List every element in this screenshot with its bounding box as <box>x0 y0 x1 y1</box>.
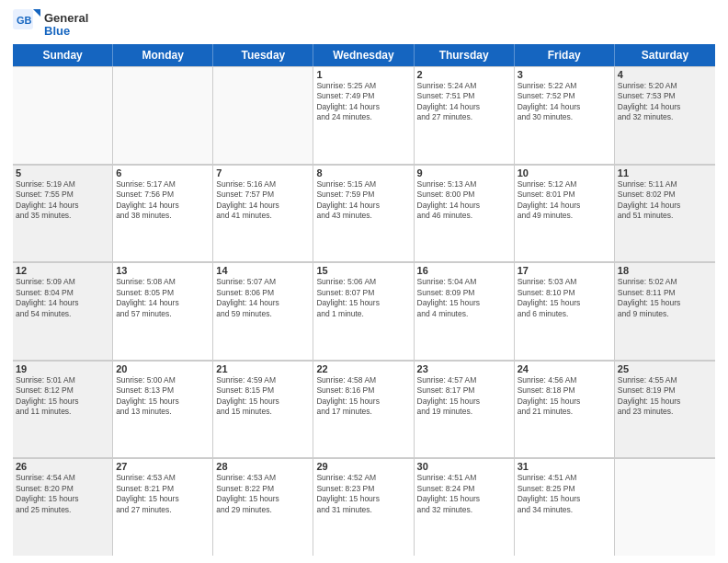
calendar-week-4: 19Sunrise: 5:01 AM Sunset: 8:12 PM Dayli… <box>13 361 715 459</box>
day-header-wednesday: Wednesday <box>313 44 414 66</box>
calendar-cell-10: 10Sunrise: 5:12 AM Sunset: 8:01 PM Dayli… <box>515 165 615 262</box>
calendar-cell-empty-0-2 <box>213 66 313 164</box>
cell-info-text: Sunrise: 4:54 AM Sunset: 8:20 PM Dayligh… <box>16 473 109 515</box>
calendar-cell-empty-0-1 <box>113 66 213 164</box>
calendar-body: 1Sunrise: 5:25 AM Sunset: 7:49 PM Daylig… <box>13 66 715 556</box>
svg-text:GB: GB <box>17 15 32 26</box>
calendar-cell-24: 24Sunrise: 4:56 AM Sunset: 8:18 PM Dayli… <box>515 361 615 458</box>
calendar-cell-14: 14Sunrise: 5:07 AM Sunset: 8:06 PM Dayli… <box>213 262 313 360</box>
day-header-thursday: Thursday <box>415 44 515 66</box>
cell-info-text: Sunrise: 4:55 AM Sunset: 8:19 PM Dayligh… <box>618 375 712 418</box>
calendar-cell-23: 23Sunrise: 4:57 AM Sunset: 8:17 PM Dayli… <box>415 361 515 458</box>
calendar-cell-18: 18Sunrise: 5:02 AM Sunset: 8:11 PM Dayli… <box>615 262 715 360</box>
cell-date-number: 18 <box>618 265 712 276</box>
cell-info-text: Sunrise: 5:09 AM Sunset: 8:04 PM Dayligh… <box>16 277 109 319</box>
calendar-cell-7: 7Sunrise: 5:16 AM Sunset: 7:57 PM Daylig… <box>213 165 313 262</box>
cell-date-number: 23 <box>417 363 511 374</box>
calendar-cell-28: 28Sunrise: 4:53 AM Sunset: 8:22 PM Dayli… <box>213 458 313 556</box>
cell-info-text: Sunrise: 4:59 AM Sunset: 8:15 PM Dayligh… <box>216 375 310 418</box>
cell-info-text: Sunrise: 4:53 AM Sunset: 8:21 PM Dayligh… <box>116 473 210 515</box>
calendar-cell-empty-4-6 <box>615 458 715 556</box>
cell-info-text: Sunrise: 5:13 AM Sunset: 8:00 PM Dayligh… <box>417 179 511 222</box>
cell-date-number: 4 <box>618 69 712 80</box>
calendar-header: SundayMondayTuesdayWednesdayThursdayFrid… <box>13 44 715 66</box>
cell-info-text: Sunrise: 4:53 AM Sunset: 8:22 PM Dayligh… <box>216 473 310 515</box>
calendar-cell-15: 15Sunrise: 5:06 AM Sunset: 8:07 PM Dayli… <box>313 262 414 360</box>
cell-date-number: 6 <box>116 167 210 178</box>
cell-date-number: 31 <box>518 461 611 472</box>
header: GB General Blue <box>13 9 715 40</box>
cell-date-number: 28 <box>216 461 310 472</box>
cell-date-number: 12 <box>16 265 109 276</box>
logo-blue: Blue <box>44 25 88 38</box>
cell-info-text: Sunrise: 5:20 AM Sunset: 7:53 PM Dayligh… <box>618 81 712 123</box>
cell-info-text: Sunrise: 4:52 AM Sunset: 8:23 PM Dayligh… <box>316 473 410 515</box>
cell-date-number: 17 <box>518 265 611 276</box>
cell-date-number: 7 <box>216 167 310 178</box>
calendar-cell-20: 20Sunrise: 5:00 AM Sunset: 8:13 PM Dayli… <box>113 361 213 458</box>
cell-info-text: Sunrise: 5:01 AM Sunset: 8:12 PM Dayligh… <box>16 375 109 418</box>
cell-date-number: 27 <box>116 461 210 472</box>
cell-date-number: 22 <box>316 363 410 374</box>
cell-info-text: Sunrise: 5:08 AM Sunset: 8:05 PM Dayligh… <box>116 277 210 319</box>
cell-date-number: 26 <box>16 461 109 472</box>
cell-date-number: 10 <box>518 167 611 178</box>
cell-date-number: 3 <box>518 69 611 80</box>
cell-date-number: 29 <box>316 461 410 472</box>
calendar-cell-26: 26Sunrise: 4:54 AM Sunset: 8:20 PM Dayli… <box>13 458 113 556</box>
cell-info-text: Sunrise: 5:15 AM Sunset: 7:59 PM Dayligh… <box>316 179 410 222</box>
calendar-cell-12: 12Sunrise: 5:09 AM Sunset: 8:04 PM Dayli… <box>13 262 113 360</box>
calendar-week-3: 12Sunrise: 5:09 AM Sunset: 8:04 PM Dayli… <box>13 262 715 361</box>
cell-info-text: Sunrise: 5:04 AM Sunset: 8:09 PM Dayligh… <box>417 277 511 319</box>
cell-date-number: 16 <box>417 265 511 276</box>
calendar-week-2: 5Sunrise: 5:19 AM Sunset: 7:55 PM Daylig… <box>13 165 715 263</box>
cell-info-text: Sunrise: 5:07 AM Sunset: 8:06 PM Dayligh… <box>216 277 310 319</box>
calendar-cell-22: 22Sunrise: 4:58 AM Sunset: 8:16 PM Dayli… <box>313 361 414 458</box>
calendar-cell-16: 16Sunrise: 5:04 AM Sunset: 8:09 PM Dayli… <box>415 262 515 360</box>
calendar-cell-3: 3Sunrise: 5:22 AM Sunset: 7:52 PM Daylig… <box>515 66 615 164</box>
day-header-saturday: Saturday <box>615 44 715 66</box>
cell-info-text: Sunrise: 4:56 AM Sunset: 8:18 PM Dayligh… <box>518 375 611 418</box>
cell-info-text: Sunrise: 5:17 AM Sunset: 7:56 PM Dayligh… <box>116 179 210 222</box>
cell-info-text: Sunrise: 5:00 AM Sunset: 8:13 PM Dayligh… <box>116 375 210 418</box>
calendar-cell-30: 30Sunrise: 4:51 AM Sunset: 8:24 PM Dayli… <box>415 458 515 556</box>
calendar-cell-29: 29Sunrise: 4:52 AM Sunset: 8:23 PM Dayli… <box>313 458 414 556</box>
calendar-cell-25: 25Sunrise: 4:55 AM Sunset: 8:19 PM Dayli… <box>615 361 715 458</box>
cell-info-text: Sunrise: 5:02 AM Sunset: 8:11 PM Dayligh… <box>618 277 712 319</box>
page: GB General Blue SundayMondayTuesdayWedne… <box>0 0 728 563</box>
cell-info-text: Sunrise: 4:58 AM Sunset: 8:16 PM Dayligh… <box>316 375 410 418</box>
calendar-cell-5: 5Sunrise: 5:19 AM Sunset: 7:55 PM Daylig… <box>13 165 113 262</box>
calendar-cell-21: 21Sunrise: 4:59 AM Sunset: 8:15 PM Dayli… <box>213 361 313 458</box>
calendar-cell-19: 19Sunrise: 5:01 AM Sunset: 8:12 PM Dayli… <box>13 361 113 458</box>
cell-date-number: 30 <box>417 461 511 472</box>
cell-date-number: 9 <box>417 167 511 178</box>
cell-info-text: Sunrise: 5:25 AM Sunset: 7:49 PM Dayligh… <box>316 81 410 123</box>
cell-date-number: 11 <box>618 167 712 178</box>
cell-info-text: Sunrise: 5:12 AM Sunset: 8:01 PM Dayligh… <box>518 179 611 222</box>
cell-date-number: 13 <box>116 265 210 276</box>
cell-info-text: Sunrise: 5:06 AM Sunset: 8:07 PM Dayligh… <box>316 277 410 319</box>
cell-info-text: Sunrise: 4:51 AM Sunset: 8:24 PM Dayligh… <box>417 473 511 515</box>
cell-date-number: 1 <box>316 69 410 80</box>
cell-date-number: 19 <box>16 363 109 374</box>
calendar-cell-4: 4Sunrise: 5:20 AM Sunset: 7:53 PM Daylig… <box>615 66 715 164</box>
cell-date-number: 5 <box>16 167 109 178</box>
calendar-cell-9: 9Sunrise: 5:13 AM Sunset: 8:00 PM Daylig… <box>415 165 515 262</box>
cell-info-text: Sunrise: 5:19 AM Sunset: 7:55 PM Dayligh… <box>16 179 109 222</box>
cell-date-number: 2 <box>417 69 511 80</box>
calendar: SundayMondayTuesdayWednesdayThursdayFrid… <box>13 44 715 556</box>
day-header-monday: Monday <box>113 44 213 66</box>
calendar-cell-6: 6Sunrise: 5:17 AM Sunset: 7:56 PM Daylig… <box>113 165 213 262</box>
calendar-cell-8: 8Sunrise: 5:15 AM Sunset: 7:59 PM Daylig… <box>313 165 414 262</box>
cell-date-number: 20 <box>116 363 210 374</box>
calendar-week-1: 1Sunrise: 5:25 AM Sunset: 7:49 PM Daylig… <box>13 66 715 165</box>
calendar-cell-17: 17Sunrise: 5:03 AM Sunset: 8:10 PM Dayli… <box>515 262 615 360</box>
calendar-cell-empty-0-0 <box>13 66 113 164</box>
logo: GB General Blue <box>13 9 88 40</box>
cell-date-number: 8 <box>316 167 410 178</box>
cell-date-number: 24 <box>518 363 611 374</box>
svg-marker-2 <box>33 9 40 17</box>
calendar-cell-27: 27Sunrise: 4:53 AM Sunset: 8:21 PM Dayli… <box>113 458 213 556</box>
cell-info-text: Sunrise: 4:57 AM Sunset: 8:17 PM Dayligh… <box>417 375 511 418</box>
calendar-week-5: 26Sunrise: 4:54 AM Sunset: 8:20 PM Dayli… <box>13 458 715 556</box>
